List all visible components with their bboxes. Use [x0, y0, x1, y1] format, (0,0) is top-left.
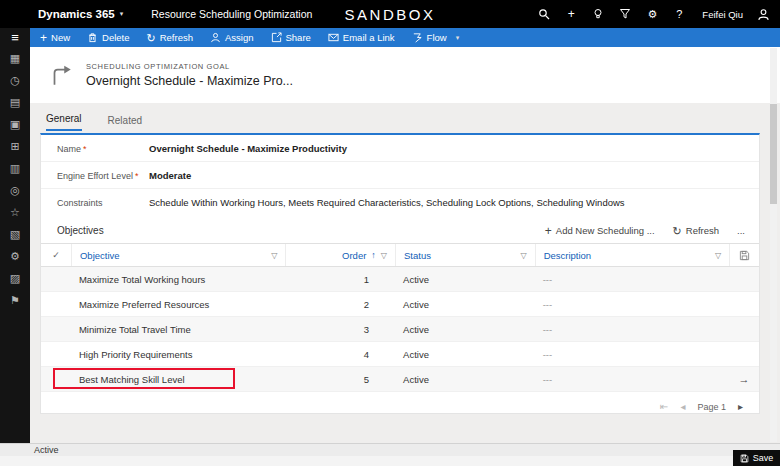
search-icon[interactable] [537, 7, 551, 21]
objective-row-4[interactable]: High Priority Requirements 4 Active --- [41, 342, 759, 367]
objective-description: --- [535, 342, 729, 366]
share-button[interactable]: Share [271, 32, 311, 43]
constraints-field-label: Constraints [57, 197, 149, 208]
page-indicator: Page 1 [697, 402, 726, 412]
objective-status: Active [395, 292, 535, 316]
column-header-status[interactable]: Status [404, 250, 431, 261]
quick-create-plus-icon[interactable]: + [564, 7, 578, 21]
filter-funnel-icon[interactable] [618, 7, 632, 21]
left-navigation-sidebar: ≡ ▦ ◷ ▤ ▣ ⊞ ▥ ◎ ☆ ▧ ⚙ ▨ ⚑ [0, 28, 30, 443]
tab-general[interactable]: General [46, 113, 82, 131]
sidebar-icon-settings[interactable]: ⚙ [0, 246, 30, 267]
row-select-cell[interactable] [41, 342, 71, 366]
sidebar-icon-dashboards[interactable]: ▦ [0, 48, 30, 69]
gear-icon[interactable]: ⚙ [645, 7, 659, 21]
sidebar-icon-recent[interactable]: ◷ [0, 70, 30, 91]
objective-row-5[interactable]: Best Matching Skill Level 5 Active --- → [41, 367, 759, 392]
first-page-button[interactable]: ⇤ [660, 401, 668, 412]
objective-description: --- [535, 367, 729, 391]
new-button[interactable]: + New [40, 32, 70, 43]
previous-page-button[interactable]: ◂ [680, 401, 685, 412]
sidebar-icon-feedback[interactable]: ⚑ [0, 290, 30, 311]
column-header-description[interactable]: Description [544, 250, 592, 261]
sidebar-icon-schedule-board[interactable]: ▣ [0, 114, 30, 135]
record-header: SCHEDULING OPTIMIZATION GOAL Overnight S… [30, 47, 780, 103]
refresh-icon: ↻ [147, 33, 156, 43]
grid-save-icon[interactable] [729, 244, 759, 266]
objective-order: 3 [285, 317, 395, 341]
objectives-section-header: Objectives + Add New Scheduling ... ↻ Re… [41, 215, 759, 243]
filter-funnel-icon[interactable]: ▽ [271, 251, 277, 260]
next-page-button[interactable]: ▸ [738, 401, 743, 412]
objective-order: 4 [285, 342, 395, 366]
objective-description: --- [535, 267, 729, 291]
required-asterisk: * [83, 144, 87, 154]
sidebar-icon-reports[interactable]: ▧ [0, 224, 30, 245]
row-select-cell[interactable] [41, 367, 71, 391]
plus-icon: + [545, 226, 552, 236]
scrollbar-thumb[interactable] [770, 104, 777, 204]
objective-row-3[interactable]: Minimize Total Travel Time 3 Active --- [41, 317, 759, 342]
objective-description: --- [535, 317, 729, 341]
sidebar-icon-optimization-goals[interactable]: ◎ [0, 180, 30, 201]
objective-name: Maximize Preferred Resources [79, 299, 209, 310]
delete-button[interactable]: Delete [87, 32, 129, 43]
objective-status: Active [395, 267, 535, 291]
row-end-cell [729, 317, 759, 341]
grid-refresh-button[interactable]: ↻ Refresh [673, 225, 719, 236]
sidebar-icon-requirements[interactable]: ⊞ [0, 136, 30, 157]
effort-field-label: Engine Effort Level [57, 171, 133, 181]
tab-related[interactable]: Related [108, 115, 142, 131]
flow-button[interactable]: Flow ▾ [412, 32, 460, 43]
filter-funnel-icon[interactable]: ▽ [381, 251, 387, 260]
objective-status: Active [395, 367, 535, 391]
row-end-cell [729, 292, 759, 316]
lightbulb-icon[interactable] [591, 7, 605, 21]
sidebar-icon-pinned[interactable]: ▤ [0, 92, 30, 113]
row-select-cell[interactable] [41, 317, 71, 341]
record-title: Overnight Schedule - Maximize Pro... [86, 74, 293, 88]
grid-more-commands-button[interactable]: ... [737, 225, 745, 236]
share-icon [271, 32, 282, 43]
open-record-arrow-icon[interactable]: → [739, 373, 750, 385]
general-form-card: Name* Overnight Schedule - Maximize Prod… [40, 133, 760, 414]
entity-arrow-icon [48, 62, 74, 88]
dynamics-365-brand[interactable]: Dynamics 365 [38, 8, 115, 20]
envelope-icon [328, 32, 339, 43]
app-name[interactable]: Resource Scheduling Optimization [151, 8, 312, 20]
objective-name: Best Matching Skill Level [79, 374, 185, 385]
user-name[interactable]: Feifei Qiu [702, 9, 743, 20]
add-new-scheduling-button[interactable]: + Add New Scheduling ... [545, 225, 655, 236]
avatar[interactable] [756, 7, 770, 21]
email-a-link-button[interactable]: Email a Link [328, 32, 395, 43]
chevron-down-icon[interactable]: ▾ [120, 10, 124, 18]
footer-status-bar: Active [0, 443, 780, 456]
filter-funnel-icon[interactable]: ▽ [715, 251, 721, 260]
objective-row-2[interactable]: Maximize Preferred Resources 2 Active --… [41, 292, 759, 317]
column-header-objective[interactable]: Objective [80, 250, 120, 261]
column-header-order[interactable]: Order [342, 250, 366, 261]
vertical-scrollbar[interactable] [770, 48, 777, 442]
main-content: SCHEDULING OPTIMIZATION GOAL Overnight S… [30, 47, 780, 443]
sidebar-icon-favorites[interactable]: ☆ [0, 202, 30, 223]
objective-row-1[interactable]: Maximize Total Working hours 1 Active --… [41, 267, 759, 292]
assign-button[interactable]: Assign [210, 32, 254, 43]
objectives-section-title: Objectives [57, 225, 104, 236]
form-tabs: General Related [30, 105, 780, 131]
select-all-checkbox[interactable]: ✓ [41, 244, 71, 266]
top-navigation-bar: Dynamics 365 ▾ Resource Scheduling Optim… [0, 0, 780, 28]
name-field-value[interactable]: Overnight Schedule - Maximize Productivi… [149, 143, 347, 154]
help-icon[interactable]: ? [672, 7, 686, 21]
refresh-button[interactable]: ↻ Refresh [147, 32, 193, 43]
constraints-field-value[interactable]: Schedule Within Working Hours, Meets Req… [149, 197, 625, 208]
hamburger-menu-icon[interactable]: ≡ [0, 28, 30, 47]
row-select-cell[interactable] [41, 292, 71, 316]
objective-order: 5 [285, 367, 395, 391]
save-button[interactable]: Save [733, 450, 780, 466]
row-select-cell[interactable] [41, 267, 71, 291]
sidebar-icon-bookings[interactable]: ▥ [0, 158, 30, 179]
effort-field-value[interactable]: Moderate [149, 170, 191, 181]
filter-funnel-icon[interactable]: ▽ [520, 251, 526, 260]
sidebar-icon-resources[interactable]: ▨ [0, 268, 30, 289]
plus-icon: + [40, 33, 47, 43]
